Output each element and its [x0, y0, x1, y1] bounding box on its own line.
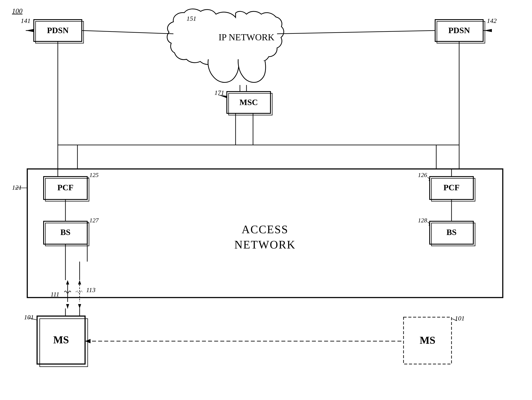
pdsn-left-label: PDSN: [47, 26, 69, 35]
svg-line-9: [82, 31, 173, 34]
access-network-label: ACCESS: [242, 223, 289, 236]
bs-right-label: BS: [446, 228, 456, 237]
bs-left-label: BS: [60, 228, 70, 237]
pdsn-right-label: PDSN: [448, 26, 470, 35]
svg-marker-2: [26, 29, 34, 32]
network-diagram-svg: PDSN 141 PDSN 142 IP NETWORK 151 MSC: [0, 0, 532, 400]
svg-line-10: [277, 31, 435, 34]
ip-network-cloud: IP NETWORK: [167, 9, 284, 82]
pcf-left-label: PCF: [57, 183, 74, 192]
access-network-label2: NETWORK: [234, 238, 296, 251]
pcf-right-label: PCF: [443, 183, 460, 192]
msc-label: MSC: [240, 98, 258, 107]
pdsn-left-id: 141: [21, 17, 31, 24]
arrow-113-id: 113: [86, 286, 95, 294]
bs-left-id: 127: [89, 217, 99, 224]
ms-dashed-label: MS: [420, 334, 435, 346]
ms-solid-id: 101: [24, 313, 34, 321]
ms-solid-label: MS: [53, 334, 69, 345]
bs-right-id: 128: [418, 217, 427, 224]
ip-network-label: IP NETWORK: [219, 32, 274, 42]
pcf-left-id: 125: [89, 172, 99, 178]
access-network-id: 121: [12, 184, 22, 191]
arrow-111-id: 111: [51, 291, 59, 298]
diagram: 100 PDSN 141 PDSN 142 IP NETWORK: [0, 0, 532, 400]
svg-marker-5: [484, 29, 492, 32]
pdsn-right-id: 142: [487, 17, 497, 24]
pcf-right-id: 126: [418, 172, 427, 178]
ip-network-id: 151: [186, 15, 196, 22]
